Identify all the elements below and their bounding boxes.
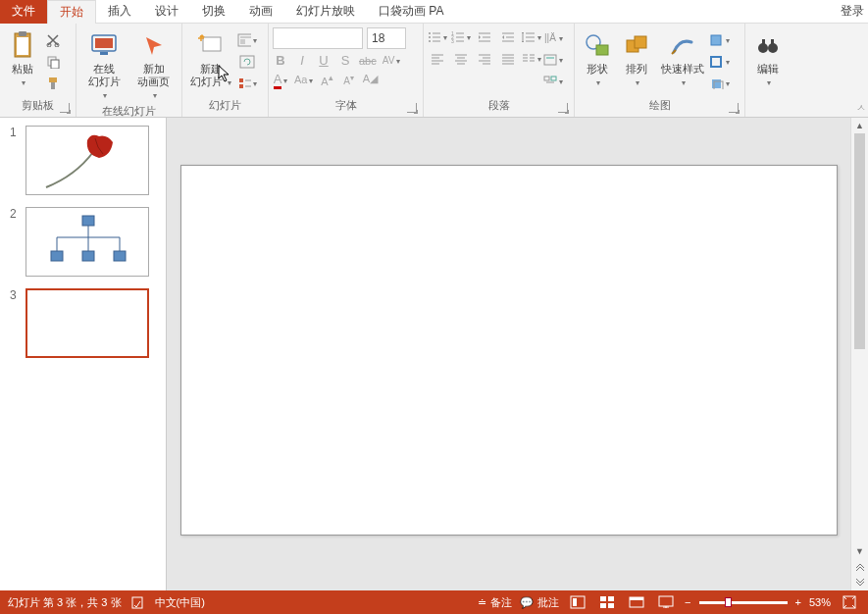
svg-rect-32 (635, 36, 646, 48)
clipboard-launcher[interactable] (60, 103, 70, 113)
strike-button[interactable]: abc (359, 55, 377, 67)
paste-button[interactable]: 粘贴▾ (4, 26, 41, 91)
font-size-input[interactable] (367, 27, 406, 49)
slide-thumbnail-3[interactable] (26, 288, 149, 358)
zoom-handle[interactable] (725, 597, 732, 607)
next-slide-button[interactable] (851, 575, 868, 590)
sorter-view-button[interactable] (596, 593, 618, 611)
language-indicator[interactable]: 中文(中国) (155, 595, 205, 610)
menu-file[interactable]: 文件 (0, 0, 47, 24)
text-direction-button[interactable]: ||Ä▾ (543, 29, 563, 47)
grow-font-button[interactable]: A▴ (319, 72, 334, 87)
collapse-ribbon-button[interactable]: ㅅ (856, 101, 866, 115)
line-spacing-button[interactable]: ▾ (522, 29, 541, 45)
clipboard-group-label: 剪贴板 (22, 99, 54, 111)
slide-indicator[interactable]: 幻灯片 第 3 张，共 3 张 (8, 595, 122, 610)
slide-thumbnail-2[interactable] (26, 207, 149, 277)
copy-button[interactable] (43, 53, 63, 71)
shape-outline-button[interactable]: ▾ (710, 53, 730, 71)
bold-button[interactable]: B (273, 53, 288, 68)
menu-transition[interactable]: 切换 (190, 0, 237, 24)
scroll-down-button[interactable]: ▼ (851, 543, 868, 559)
quick-label: 快速样式 (661, 63, 704, 75)
justify-button[interactable] (498, 51, 518, 67)
change-case-button[interactable]: Aa▾ (294, 74, 313, 85)
editing-label: 编辑 (757, 63, 779, 75)
menu-slideshow[interactable]: 幻灯片放映 (284, 0, 367, 24)
font-name-input[interactable] (273, 27, 363, 49)
slide-editor[interactable] (167, 118, 850, 590)
shape-fill-button[interactable]: ▾ (710, 31, 730, 49)
drawing-launcher[interactable] (729, 103, 739, 113)
shadow-button[interactable]: S (337, 53, 353, 68)
fit-window-button[interactable] (839, 593, 860, 611)
online-slide-button[interactable]: 在线 幻灯片 ▾ (80, 26, 128, 104)
font-launcher[interactable] (407, 103, 417, 113)
prev-slide-button[interactable] (851, 559, 868, 575)
vertical-scrollbar[interactable]: ▲ ▼ (850, 118, 868, 590)
italic-button[interactable]: I (294, 53, 310, 68)
reset-button[interactable] (237, 53, 257, 71)
shape-effects-button[interactable]: ▾ (710, 75, 730, 92)
spellcheck-icon[interactable] (131, 595, 145, 609)
zoom-slider[interactable] (699, 601, 788, 604)
section-button[interactable]: ▾ (237, 75, 257, 92)
align-right-button[interactable] (475, 51, 494, 67)
clear-format-button[interactable]: A◢ (362, 73, 378, 85)
reading-view-button[interactable] (626, 593, 647, 611)
chevron-down-icon: ▾ (596, 78, 600, 87)
zoom-in-button[interactable]: + (795, 596, 801, 608)
notes-button[interactable]: ≐备注 (478, 595, 512, 610)
slideshow-view-button[interactable] (655, 593, 677, 611)
format-painter-button[interactable] (43, 75, 63, 92)
paragraph-launcher[interactable] (558, 103, 568, 113)
new-animation-button[interactable]: 新加 动画页 ▾ (130, 26, 179, 104)
svg-rect-6 (51, 60, 59, 69)
decrease-indent-button[interactable] (475, 29, 494, 45)
scroll-thumb[interactable] (854, 133, 865, 349)
slide-thumbnail-panel[interactable]: 1 2 3 (0, 118, 167, 590)
bullets-button[interactable]: ▾ (428, 29, 447, 45)
smartart-button[interactable]: ▾ (543, 73, 563, 90)
align-text-button[interactable]: ▾ (543, 51, 563, 69)
arrange-label: 排列 (626, 63, 647, 75)
menu-home[interactable]: 开始 (47, 0, 96, 24)
find-button[interactable]: 编辑▾ (749, 26, 787, 91)
zoom-level[interactable]: 53% (809, 596, 831, 608)
zoom-out-button[interactable]: − (685, 596, 690, 608)
svg-rect-16 (240, 56, 254, 68)
menu-animation[interactable]: 动画 (237, 0, 284, 24)
normal-view-button[interactable] (567, 593, 588, 611)
tulip-image (26, 127, 148, 194)
svg-rect-1 (19, 31, 26, 36)
shrink-font-button[interactable]: A▾ (340, 73, 356, 86)
clipboard-icon (11, 27, 34, 63)
svg-rect-43 (82, 251, 94, 261)
group-paragraph: ▾ 123▾ ▾ ▾ ||Ä▾ ▾ ▾ 段落 (424, 24, 575, 117)
align-center-button[interactable] (451, 51, 471, 67)
increase-indent-button[interactable] (498, 29, 518, 45)
menu-pocket[interactable]: 口袋动画 PA (367, 0, 455, 24)
slide-thumbnail-1[interactable] (26, 126, 149, 195)
arrange-button[interactable]: 排列▾ (618, 26, 655, 91)
thumb-number: 2 (10, 207, 20, 277)
scroll-up-button[interactable]: ▲ (851, 118, 868, 133)
new-slide-button[interactable]: 新建 幻灯片 ▾ (186, 26, 235, 91)
spacing-button[interactable]: AV▾ (383, 55, 401, 66)
slide-canvas[interactable] (180, 165, 838, 536)
font-color-button[interactable]: A▾ (273, 72, 288, 86)
menu-insert[interactable]: 插入 (96, 0, 143, 24)
cut-button[interactable] (43, 31, 63, 49)
chevron-down-icon: ▾ (103, 91, 107, 100)
menu-design[interactable]: 设计 (143, 0, 190, 24)
shapes-button[interactable]: 形状▾ (579, 26, 616, 91)
layout-button[interactable]: ▾ (237, 31, 257, 49)
underline-button[interactable]: U (316, 53, 332, 68)
svg-rect-35 (712, 79, 721, 88)
comments-button[interactable]: 💬批注 (520, 595, 559, 610)
numbering-button[interactable]: 123▾ (451, 29, 471, 45)
columns-button[interactable]: ▾ (522, 51, 541, 67)
quick-styles-button[interactable]: 快速样式▾ (657, 26, 708, 91)
align-left-button[interactable] (428, 51, 447, 67)
login-button[interactable]: 登录 (829, 0, 868, 24)
